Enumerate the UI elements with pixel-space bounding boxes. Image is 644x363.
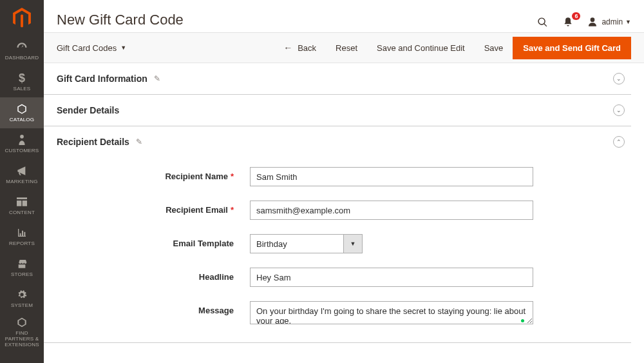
edit-icon: ✎ <box>136 137 142 146</box>
recipient-name-label: Recipient Name* <box>57 167 250 181</box>
stores-icon <box>17 257 27 270</box>
edit-icon: ✎ <box>154 74 160 83</box>
recipient-name-input[interactable] <box>250 167 533 186</box>
main-content: New Gift Card Code 6 admin ▼ Gift Card C… <box>44 0 644 363</box>
store-scope-switcher[interactable]: Gift Card Codes ▼ <box>57 43 126 53</box>
field-headline: Headline <box>57 268 618 287</box>
recipient-email-label: Recipient Email* <box>57 201 250 215</box>
action-bar: Gift Card Codes ▼ Back Reset Save and Co… <box>44 32 644 63</box>
sidebar-item-customers[interactable]: CUSTOMERS <box>0 128 44 159</box>
magento-logo-icon[interactable] <box>0 0 44 35</box>
sidebar-item-content[interactable]: CONTENT <box>0 190 44 221</box>
section-body-recipient: Recipient Name* Recipient Email* Email T… <box>44 157 631 342</box>
sidebar-item-catalog[interactable]: CATALOG <box>0 97 44 128</box>
chevron-up-icon: ⌃ <box>613 136 625 148</box>
section-title: Gift Card Information <box>57 74 147 84</box>
email-template-value: Birthday <box>250 234 343 253</box>
field-email-template: Email Template Birthday ▼ <box>57 234 618 253</box>
caret-down-icon: ▼ <box>120 44 126 51</box>
partners-icon <box>17 316 27 329</box>
email-template-label: Email Template <box>57 234 250 248</box>
back-button[interactable]: Back <box>274 37 326 59</box>
caret-down-icon: ▼ <box>625 19 631 25</box>
field-recipient-email: Recipient Email* <box>57 201 618 220</box>
marketing-icon <box>17 164 27 177</box>
sidebar-item-partners[interactable]: FIND PARTNERS & EXTENSIONS <box>0 314 44 350</box>
sidebar-item-sales[interactable]: $ SALES <box>0 66 44 97</box>
dashboard-icon <box>16 41 28 54</box>
section-sender-details: Sender Details ⌄ <box>44 95 631 126</box>
select-caret-icon: ▼ <box>343 234 363 253</box>
sidebar-item-reports[interactable]: REPORTS <box>0 221 44 252</box>
section-title: Sender Details <box>57 105 119 115</box>
sidebar-item-label: SYSTEM <box>10 303 34 309</box>
grammarly-dot-icon <box>521 319 524 322</box>
sidebar-item-label: CONTENT <box>8 210 36 216</box>
headline-input[interactable] <box>250 268 533 287</box>
page-title: New Gift Card Code <box>57 12 536 28</box>
email-template-select[interactable]: Birthday ▼ <box>250 234 363 253</box>
sidebar-item-label: SALES <box>12 86 32 92</box>
section-toggle-recipient-details[interactable]: Recipient Details ✎ ⌃ <box>44 126 631 157</box>
message-label: Message <box>57 301 250 315</box>
notifications-icon[interactable]: 6 <box>562 15 574 28</box>
chevron-down-icon: ⌄ <box>613 73 625 84</box>
recipient-email-input[interactable] <box>250 201 533 220</box>
sidebar-item-label: DASHBOARD <box>4 55 40 61</box>
admin-username: admin <box>601 17 623 26</box>
sidebar-item-label: STORES <box>10 272 34 278</box>
system-icon <box>17 288 27 301</box>
sidebar-item-dashboard[interactable]: DASHBOARD <box>0 35 44 66</box>
message-textarea[interactable] <box>250 301 533 324</box>
sidebar-item-label: CUSTOMERS <box>4 148 41 154</box>
dollar-icon: $ <box>19 72 25 84</box>
chevron-down-icon: ⌄ <box>613 104 625 116</box>
page-header: New Gift Card Code 6 admin ▼ <box>44 0 644 32</box>
reset-button[interactable]: Reset <box>326 37 367 59</box>
admin-account-menu[interactable]: admin ▼ <box>587 17 631 27</box>
section-toggle-sender-details[interactable]: Sender Details ⌄ <box>44 95 631 126</box>
section-title: Recipient Details <box>57 137 129 147</box>
magento-logo-svg <box>13 8 31 28</box>
reports-icon <box>17 226 27 239</box>
section-recipient-details: Recipient Details ✎ ⌃ Recipient Name* Re… <box>44 126 631 343</box>
catalog-icon <box>16 103 28 115</box>
section-gift-card-info: Gift Card Information ✎ ⌄ <box>44 63 631 95</box>
save-send-button[interactable]: Save and Send Gift Card <box>513 37 631 59</box>
store-scope-label: Gift Card Codes <box>57 43 117 53</box>
sidebar-item-system[interactable]: SYSTEM <box>0 283 44 314</box>
sidebar-item-label: REPORTS <box>8 241 36 247</box>
save-button[interactable]: Save <box>475 37 513 59</box>
search-icon[interactable] <box>536 15 549 28</box>
field-message: Message <box>57 301 618 326</box>
notification-badge: 6 <box>572 12 580 20</box>
save-continue-button[interactable]: Save and Continue Edit <box>367 37 475 59</box>
form-content: Gift Card Information ✎ ⌄ Sender Details… <box>44 63 644 343</box>
headline-label: Headline <box>57 268 250 282</box>
sidebar-item-label: MARKETING <box>5 179 39 185</box>
field-recipient-name: Recipient Name* <box>57 167 618 186</box>
sidebar-item-stores[interactable]: STORES <box>0 252 44 283</box>
sidebar-item-label: FIND PARTNERS & EXTENSIONS <box>0 331 44 348</box>
sidebar-item-marketing[interactable]: MARKETING <box>0 159 44 190</box>
content-icon <box>17 195 27 208</box>
admin-sidebar: DASHBOARD $ SALES CATALOG CUSTOMERS MARK… <box>0 0 44 363</box>
sidebar-item-label: CATALOG <box>8 117 35 123</box>
user-icon <box>587 17 598 27</box>
customers-icon <box>17 133 26 146</box>
section-toggle-gift-card-info[interactable]: Gift Card Information ✎ ⌄ <box>44 63 631 94</box>
